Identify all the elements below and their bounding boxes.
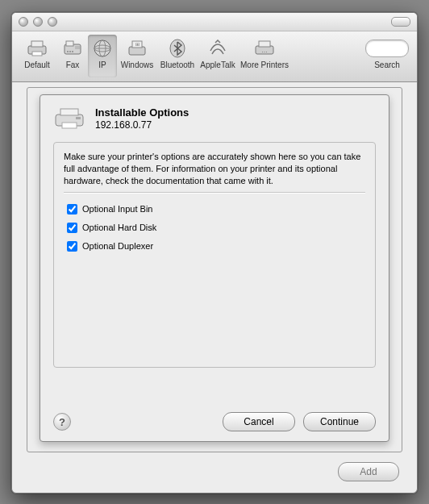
svg-rect-5 [75, 46, 80, 49]
cancel-label: Cancel [244, 416, 273, 427]
svg-point-7 [69, 51, 71, 52]
toolbar-label: Windows [121, 60, 154, 69]
continue-label: Continue [320, 416, 359, 427]
instructions-text: Make sure your printer's options are acc… [64, 151, 365, 187]
svg-text:…: … [261, 47, 268, 54]
toolbar-more-printers[interactable]: … More Printers [238, 35, 291, 77]
sheet-title: Installable Options [95, 106, 189, 119]
globe-icon [91, 37, 114, 60]
svg-text:⊞: ⊞ [135, 42, 140, 47]
svg-rect-1 [31, 41, 43, 47]
help-button[interactable]: ? [53, 413, 71, 431]
windows-printer-icon: ⊞ [126, 37, 148, 60]
toolbar-label: Fax [66, 60, 80, 69]
option-input-bin-checkbox[interactable] [67, 204, 77, 215]
toolbar-toggle-button[interactable] [391, 17, 410, 27]
add-button[interactable]: Add [338, 462, 399, 481]
toolbar-bluetooth[interactable]: Bluetooth [157, 35, 198, 77]
options-group: Make sure your printer's options are acc… [53, 142, 376, 368]
option-duplexer-checkbox[interactable] [67, 241, 77, 252]
minimize-window-button[interactable] [33, 17, 43, 27]
svg-rect-22 [62, 123, 77, 128]
svg-rect-18 [259, 41, 270, 47]
help-glyph: ? [59, 416, 65, 428]
fax-icon [61, 37, 84, 60]
svg-rect-21 [60, 109, 78, 115]
search-label: Search [374, 60, 400, 69]
continue-button[interactable]: Continue [303, 412, 376, 431]
cancel-button[interactable]: Cancel [223, 412, 295, 431]
svg-rect-4 [66, 41, 73, 46]
toolbar-label: More Printers [240, 60, 289, 69]
zoom-window-button[interactable] [48, 17, 57, 27]
search-input[interactable] [365, 40, 409, 57]
divider [64, 192, 365, 193]
printer-icon [53, 106, 85, 131]
toolbar-search: Search [362, 35, 412, 69]
option-label: Optional Duplexer [82, 241, 153, 251]
option-duplexer[interactable]: Optional Duplexer [67, 241, 365, 252]
bluetooth-icon [166, 37, 189, 60]
add-label: Add [360, 466, 377, 477]
svg-point-6 [67, 51, 69, 52]
toolbar-label: IP [98, 60, 106, 69]
svg-rect-2 [32, 52, 42, 56]
installable-options-sheet: Installable Options 192.168.0.77 Make su… [40, 94, 389, 442]
sheet-header: Installable Options 192.168.0.77 [53, 106, 376, 131]
sheet-subtitle: 192.168.0.77 [95, 119, 189, 131]
footer-row: Add [338, 462, 399, 481]
window-controls [19, 17, 57, 27]
option-hard-disk-checkbox[interactable] [67, 223, 77, 233]
toolbar-label: Default [24, 60, 50, 69]
toolbar-fax[interactable]: Fax [57, 35, 88, 77]
toolbar-label: AppleTalk [200, 60, 235, 69]
toolbar-windows[interactable]: ⊞ Windows [117, 35, 157, 77]
titlebar [12, 13, 417, 31]
content-pane: Installable Options 192.168.0.77 Make su… [27, 87, 402, 452]
toolbar-label: Bluetooth [160, 60, 194, 69]
add-printer-window: Default Fax IP ⊞ Windows Bluetooth [11, 12, 418, 494]
sheet-button-row: ? Cancel Continue [53, 412, 376, 431]
svg-rect-23 [76, 117, 81, 119]
option-hard-disk[interactable]: Optional Hard Disk [67, 223, 365, 233]
svg-point-8 [72, 51, 73, 52]
appletalk-icon [206, 37, 229, 60]
toolbar-default[interactable]: Default [17, 35, 57, 77]
more-printers-icon: … [253, 37, 276, 60]
toolbar: Default Fax IP ⊞ Windows Bluetooth [12, 31, 417, 82]
toolbar-ip[interactable]: IP [88, 35, 117, 77]
close-window-button[interactable] [19, 17, 28, 27]
option-input-bin[interactable]: Optional Input Bin [67, 204, 365, 215]
option-label: Optional Hard Disk [82, 223, 156, 232]
option-label: Optional Input Bin [82, 204, 152, 214]
toolbar-appletalk[interactable]: AppleTalk [198, 35, 238, 77]
printer-icon [26, 37, 48, 60]
